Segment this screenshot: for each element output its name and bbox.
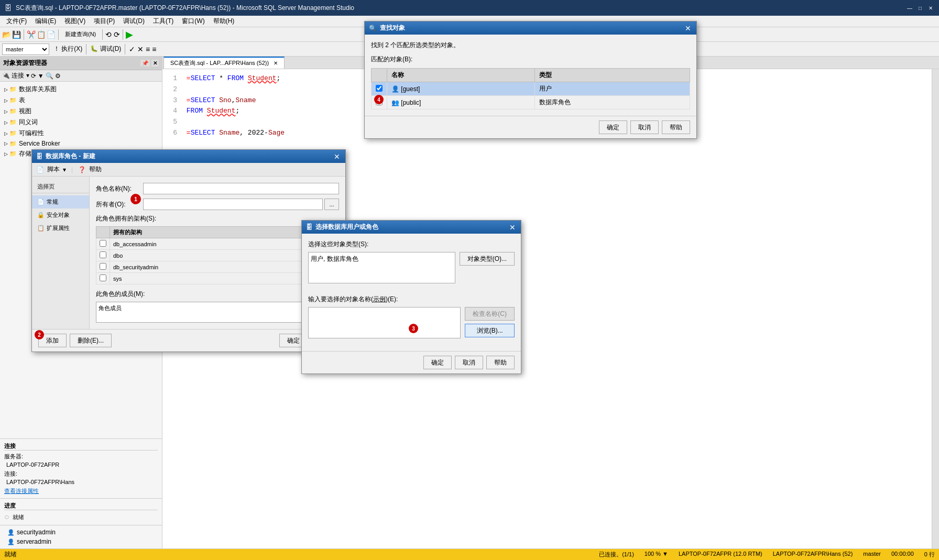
row1-chk[interactable] [372,82,387,96]
new-query-btn[interactable]: 新建查询(N) [61,29,100,40]
toolbar-icon1: 📂 [2,30,11,39]
check-names-btn[interactable]: 检查名称(C) [465,307,515,321]
status-left: 就绪 [4,550,17,559]
schema-chk-2[interactable] [100,251,106,258]
oe-close-icon[interactable]: ✕ [151,60,159,67]
expand-icon[interactable]: ▷ [2,130,9,137]
menu-view[interactable]: 视图(V) [60,16,90,27]
line-num: 6 [167,128,177,139]
schema-chk-3[interactable] [100,263,106,270]
select-ok-btn[interactable]: 确定 [423,356,452,369]
nav-item-general[interactable]: 📄 常规 [32,195,89,208]
role-name-input[interactable] [143,183,339,194]
select-close-btn[interactable]: ✕ [508,223,517,232]
tab-label: SC表查询.sql - LAP...AFPR\Hans (52)) [170,60,269,66]
schema-chk-1[interactable] [100,240,106,247]
oe-refresh-icon[interactable]: ⟳ [31,72,36,80]
menu-file[interactable]: 文件(F) [2,16,31,27]
view-props-link[interactable]: 查看连接属性 [4,487,158,495]
script-btn[interactable]: 脚本 [47,165,60,174]
menu-project[interactable]: 项目(P) [90,16,119,27]
menu-window[interactable]: 窗口(W) [178,16,209,27]
find-row-2[interactable]: 👥 [public] 数据库角色 [372,96,690,109]
select-cancel-btn[interactable]: 取消 [455,356,483,369]
oe-filter-icon[interactable]: ▼ [38,72,44,80]
row1-name: 👤 [guest] [387,82,535,96]
tree-label: 可编程性 [19,129,44,138]
dbrole-close-btn[interactable]: ✕ [333,152,341,161]
debug-label[interactable]: 🐛 调试(D) [90,45,121,53]
expand-icon[interactable]: ▷ [2,119,9,126]
dbrole-add-btn[interactable]: 添加 2 [38,334,67,347]
select-help-btn[interactable]: 帮助 [486,356,515,369]
server-value: LAPTOP-0F72AFPR [6,462,158,468]
menu-help[interactable]: 帮助(H) [209,16,239,27]
server-label: 服务器: [4,453,23,459]
owner-input[interactable] [143,199,323,210]
nav-item-security[interactable]: 🔒 安全对象 [32,208,89,222]
tree-item-views[interactable]: ▷ 📁 视图 [0,106,162,117]
tree-item-programmability[interactable]: ▷ 📁 可编程性 [0,128,162,139]
tree-label: 存储 [19,149,31,158]
database-selector[interactable]: master [2,43,49,55]
toolbar-run-icon[interactable]: ▶ [126,29,133,40]
menu-debug[interactable]: 调试(D) [119,16,149,27]
dbrole-body: 选择页 📄 常规 🔒 安全对象 📋 扩展属性 角色名称(N): [32,177,345,329]
badge-3: 3 [409,324,418,333]
expand-icon[interactable]: ▷ [2,150,9,158]
tree-item-synonyms[interactable]: ▷ 📁 同义词 [0,117,162,128]
script-dropdown[interactable]: ▾ [63,166,66,173]
row1-checkbox[interactable] [376,85,383,92]
select-page-header: 选择页 [32,181,89,193]
dbrole-script-bar: 📄 脚本 ▾ | ❓ 帮助 [32,163,345,177]
menu-edit[interactable]: 编辑(E) [31,16,60,27]
dbrole-dialog-icon: 🗄 [36,153,42,160]
nav-item-props[interactable]: 📋 扩展属性 [32,222,89,235]
browse-btn[interactable]: 浏览(B)... [465,324,515,337]
toolbar-sep4 [123,29,123,40]
members-placeholder: 角色成员 [99,305,122,311]
tree-item-service-broker[interactable]: ▷ 📁 Service Broker [0,139,162,148]
zoom-level[interactable]: 100 % ▼ [645,551,668,558]
expand-icon[interactable]: ▷ [2,140,9,147]
oe-pin-btn[interactable]: 📌 [140,60,150,67]
tree-item-serveradmin[interactable]: 👤 serveradmin [3,537,159,546]
tree-item-tables[interactable]: ▷ 📁 表 [0,95,162,106]
example-link[interactable]: 示例 [373,295,386,303]
find-help-btn[interactable]: 帮助 [662,120,690,134]
expand-icon[interactable]: ▷ [2,108,9,115]
tree-label-securityadmin: securityadmin [17,529,56,536]
find-cancel-btn[interactable]: 取消 [630,120,659,134]
close-btn[interactable]: ✕ [926,4,935,12]
schema-chk-4[interactable] [100,274,106,281]
find-table-header: 名称 类型 [372,69,690,82]
oe-connect-btn[interactable]: 🔌 连接 ▾ [2,71,29,80]
find-ok-btn[interactable]: 确定 [599,120,627,134]
execute-label[interactable]: ！ 执行(X) [53,45,82,53]
minimize-btn[interactable]: — [905,4,914,12]
status-right: 已连接。(1/1) 100 % ▼ LAPTOP-0F72AFPR (12.0 … [599,551,935,558]
oe-props-icon[interactable]: ⚙ [55,72,61,80]
help-btn[interactable]: 帮助 [89,165,102,174]
input-box[interactable] [308,307,461,338]
expand-icon[interactable]: ▷ [2,86,9,93]
editor-scrollbar[interactable] [932,69,939,548]
expand-icon[interactable]: ▷ [2,97,9,104]
user-icon2: 👤 [7,539,15,545]
tree-label: 数据库关系图 [19,85,57,94]
maximize-btn[interactable]: □ [916,4,924,12]
app-icon: 🗄 [4,4,12,12]
find-close-btn[interactable]: ✕ [684,24,692,32]
owner-browse-btn[interactable]: ... [324,199,339,210]
menu-tools[interactable]: 工具(T) [149,16,178,27]
col-checkbox [372,69,387,82]
dbrole-delete-btn[interactable]: 删除(E)... [70,334,112,347]
tab-sql[interactable]: SC表查询.sql - LAP...AFPR\Hans (52)) ✕ [163,57,285,69]
tree-item-securityadmin[interactable]: 👤 securityadmin [3,528,159,537]
tree-item-diagrams[interactable]: ▷ 📁 数据库关系图 [0,84,162,95]
input-label: 输入要选择的对象名称(示例)(E): [308,295,515,304]
oe-search-icon[interactable]: 🔍 [46,72,53,80]
object-types-btn[interactable]: 对象类型(O)... [460,252,515,266]
find-row-1[interactable]: 👤 [guest] 用户 [372,82,690,96]
tab-close-btn[interactable]: ✕ [274,60,278,66]
